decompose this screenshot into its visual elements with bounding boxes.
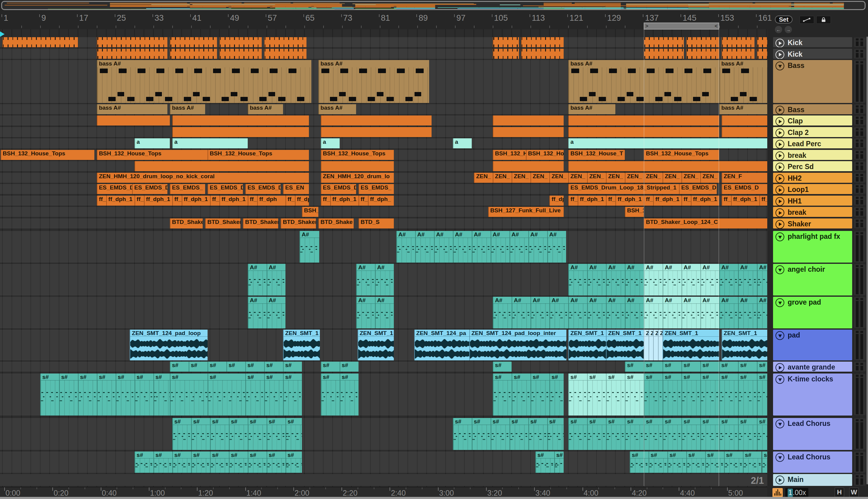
clip[interactable]: bass A# (318, 60, 429, 103)
clip[interactable]: ZEN_ (549, 173, 568, 183)
clip[interactable]: s# (663, 374, 681, 415)
clip[interactable]: A# (375, 297, 394, 328)
clip[interactable] (172, 127, 309, 137)
clip[interactable]: ZEN_ (474, 173, 493, 183)
clip[interactable]: bass A# (248, 104, 283, 114)
clip[interactable]: s# (719, 374, 738, 415)
forward-arrow-button[interactable]: → (784, 26, 792, 33)
clip[interactable]: s# (267, 451, 286, 473)
track-header-angel-choir[interactable]: angel choir (773, 264, 852, 295)
clip[interactable]: ff_ (568, 196, 578, 206)
clip[interactable]: ff_dph (257, 196, 286, 206)
clip[interactable]: A# (248, 264, 267, 295)
clip[interactable]: ES_EMDS_D (97, 184, 132, 194)
play-icon[interactable] (776, 106, 784, 114)
clip[interactable]: s# (153, 451, 172, 473)
clip[interactable]: A# (663, 264, 681, 295)
clip[interactable]: s# (264, 374, 283, 415)
clip[interactable]: A# (356, 264, 375, 295)
clip[interactable]: s# (705, 451, 724, 473)
clip[interactable]: s# (170, 374, 207, 415)
clip[interactable]: s# (644, 418, 663, 450)
clip[interactable] (521, 37, 563, 47)
clip[interactable]: s# (554, 451, 564, 473)
clip[interactable] (644, 37, 684, 47)
clip[interactable]: ff_ (759, 196, 767, 206)
clip[interactable]: bass A# (170, 104, 205, 114)
clip[interactable]: ES_EMDS_D (321, 184, 356, 194)
clip[interactable]: ff_dph_1 (219, 196, 248, 206)
clip[interactable] (568, 161, 767, 171)
set-button[interactable]: Set (775, 15, 793, 23)
clip[interactable]: ff_ (358, 196, 368, 206)
track-header-clap-2[interactable]: Clap 2 (773, 127, 852, 137)
loop-start-handle-icon[interactable]: > (645, 23, 648, 29)
clip[interactable]: ZEN_ (681, 173, 700, 183)
arrangement-overview[interactable] (1, 1, 866, 10)
clip[interactable]: s# (528, 418, 547, 450)
track-header-bass[interactable]: Bass (773, 104, 852, 114)
clip[interactable]: BSH_132_H (493, 150, 526, 160)
clip[interactable]: A# (472, 231, 491, 263)
clip[interactable]: s# (40, 374, 59, 415)
clip[interactable]: A# (267, 264, 286, 295)
clip[interactable]: ff_ (210, 196, 219, 206)
collapse-icon[interactable] (776, 232, 784, 241)
clip[interactable]: A# (644, 297, 663, 328)
clip[interactable] (721, 37, 754, 47)
track-header-shaker[interactable]: Shaker (773, 218, 852, 229)
clip[interactable]: s# (172, 418, 191, 450)
clip[interactable]: A# (681, 297, 700, 328)
clip[interactable]: ff_dph_1 (578, 196, 606, 206)
clip[interactable]: A# (625, 264, 644, 295)
clip[interactable] (721, 49, 754, 59)
clip[interactable]: ff_ (321, 196, 330, 206)
clip[interactable]: ff_ (644, 196, 653, 206)
time-ruler[interactable]: 0:000:200:401:001:201:402:002:202:403:00… (0, 487, 767, 498)
clip[interactable] (757, 37, 767, 47)
play-icon[interactable] (776, 39, 784, 47)
play-icon[interactable] (776, 117, 784, 125)
track-header-clap[interactable]: Clap (773, 115, 852, 125)
clip[interactable]: ZEN_ (606, 173, 625, 183)
clip[interactable]: A# (700, 297, 719, 328)
play-icon[interactable] (776, 140, 784, 148)
clip[interactable]: BTD_Shake (170, 218, 203, 229)
clip[interactable]: s# (587, 374, 606, 415)
clip[interactable]: A# (644, 264, 663, 295)
clip[interactable]: s# (738, 418, 757, 450)
vertical-scrollbar[interactable] (867, 37, 868, 484)
collapse-icon[interactable] (776, 453, 784, 462)
clip[interactable] (170, 37, 217, 47)
play-icon[interactable] (776, 363, 784, 372)
clip[interactable]: s# (210, 418, 229, 450)
clip[interactable]: ES_EMDS_ (170, 184, 205, 194)
track-header-bass[interactable]: Bass (773, 60, 852, 103)
clip[interactable]: ff_dph_1 (615, 196, 644, 206)
clip[interactable] (686, 37, 719, 47)
clip[interactable]: ZEN_SMT_1 (721, 330, 767, 361)
track-header-pad[interactable]: pad (773, 330, 852, 361)
play-icon[interactable] (776, 220, 784, 229)
clip[interactable]: ZEN_HMH_120_drum_loop_no_kick_coral (97, 173, 309, 183)
clip[interactable]: ES_EMDS_D (132, 184, 167, 194)
clip[interactable]: A# (700, 264, 719, 295)
clip[interactable]: A# (549, 297, 568, 328)
track-header-break[interactable]: break (773, 207, 852, 217)
clip[interactable]: s# (207, 362, 226, 372)
clip[interactable]: ff_dph (295, 196, 309, 206)
clip[interactable]: A# (625, 297, 644, 328)
track-header-k-time-clocks[interactable]: K-time clocks (773, 374, 852, 415)
clip[interactable]: BSH_ (302, 207, 318, 217)
clip[interactable]: s# (453, 418, 472, 450)
clip[interactable]: BSH_132_House_Tops (207, 150, 309, 160)
clip[interactable]: s# (606, 374, 625, 415)
clip[interactable] (493, 37, 519, 47)
track-header-loop1[interactable]: Loop1 (773, 184, 852, 194)
clip[interactable]: s# (116, 374, 135, 415)
clip[interactable]: A# (528, 231, 547, 263)
clip[interactable]: s# (491, 418, 510, 450)
clip[interactable]: s# (78, 374, 97, 415)
clip[interactable]: ff_ (606, 196, 615, 206)
clip[interactable]: ZEN_HMH_120_drum_lo (321, 173, 394, 183)
